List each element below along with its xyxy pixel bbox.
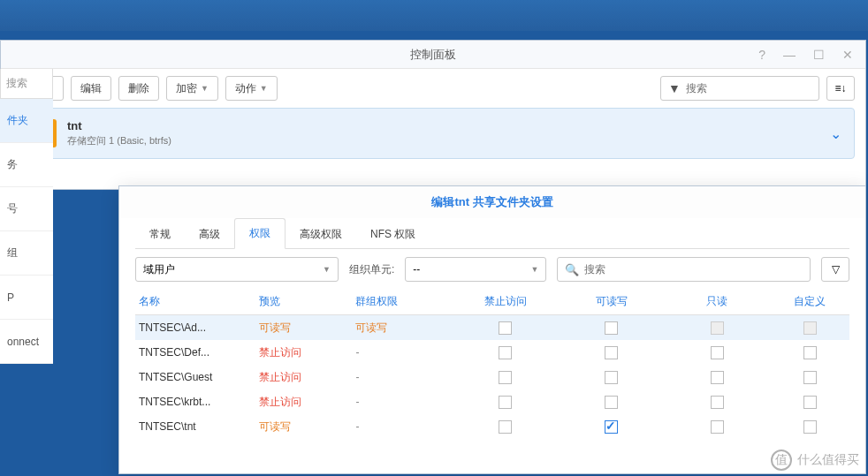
- delete-button[interactable]: 删除: [118, 76, 159, 101]
- desktop-taskbar: [0, 0, 868, 31]
- cell-deny: [453, 321, 559, 334]
- table-row[interactable]: TNTSEC\krbt... 禁止访问 -: [135, 389, 849, 414]
- checkbox-deny[interactable]: [499, 396, 512, 409]
- ou-label: 组织单元:: [349, 262, 394, 277]
- cell-preview: 禁止访问: [259, 370, 356, 385]
- encrypt-button[interactable]: 加密 ▼: [166, 76, 218, 101]
- cell-rw: [559, 419, 665, 433]
- checkbox-rw[interactable]: [605, 346, 618, 359]
- sidebar-item-1[interactable]: 务: [0, 143, 53, 187]
- checkbox-rw[interactable]: [605, 371, 618, 384]
- permission-search-field[interactable]: [584, 263, 803, 276]
- header-preview[interactable]: 预览: [259, 294, 356, 309]
- permission-search[interactable]: 🔍: [557, 257, 811, 282]
- sidebar-item-3[interactable]: 组: [0, 231, 53, 276]
- checkbox-custom[interactable]: [803, 346, 817, 359]
- sidebar: 搜索 件夹 务 号 组 P onnect: [0, 69, 53, 364]
- cell-group: 可读写: [355, 321, 453, 336]
- cell-deny: [453, 370, 559, 383]
- checkbox-rw[interactable]: [605, 420, 618, 434]
- table-row[interactable]: TNTSEC\Guest 禁止访问 -: [135, 365, 849, 389]
- cell-rw: [559, 395, 665, 408]
- header-name[interactable]: 名称: [135, 294, 259, 309]
- header-deny[interactable]: 禁止访问: [453, 294, 559, 309]
- checkbox-ro[interactable]: [711, 420, 724, 434]
- header-ro[interactable]: 只读: [665, 294, 771, 309]
- cell-rw: [559, 321, 665, 334]
- header-group[interactable]: 群组权限: [355, 294, 453, 309]
- cell-custom: [770, 345, 849, 359]
- cell-group: -: [355, 371, 453, 383]
- checkbox-ro[interactable]: [711, 346, 724, 359]
- checkbox-custom[interactable]: [803, 321, 817, 335]
- filter-row: 域用户 ▼ 组织单元: -- ▼ 🔍 ▽: [119, 250, 865, 289]
- header-custom[interactable]: 自定义: [770, 294, 849, 309]
- modal-title: 编辑tnt 共享文件夹设置: [431, 194, 552, 210]
- chevron-down-icon: ▼: [201, 84, 209, 93]
- table-row[interactable]: TNTSEC\Ad... 可读写 可读写: [135, 315, 849, 340]
- tab-advanced-permissions[interactable]: 高级权限: [286, 220, 356, 249]
- cell-custom: [770, 370, 849, 383]
- sidebar-item-2[interactable]: 号: [0, 187, 53, 231]
- checkbox-ro[interactable]: [711, 396, 724, 409]
- edit-folder-modal: 编辑tnt 共享文件夹设置 常规 高级 权限 高级权限 NFS 权限 域用户 ▼…: [118, 185, 866, 474]
- grid-header-row: 名称 预览 群组权限 禁止访问 可读写 只读 自定义: [135, 289, 849, 315]
- sort-icon: ≡↓: [834, 82, 846, 94]
- tab-permissions[interactable]: 权限: [234, 218, 286, 249]
- chevron-down-icon[interactable]: ⌄: [830, 125, 841, 142]
- search-icon: 🔍: [565, 263, 579, 276]
- ou-dropdown[interactable]: -- ▼: [405, 257, 546, 282]
- checkbox-custom[interactable]: [803, 396, 817, 409]
- cell-custom: [770, 419, 849, 433]
- checkbox-deny[interactable]: [499, 371, 512, 384]
- cell-name: TNTSEC\Guest: [135, 371, 259, 383]
- sidebar-item-5[interactable]: onnect: [0, 320, 53, 364]
- sidebar-item-4[interactable]: P: [0, 276, 53, 320]
- table-row[interactable]: TNTSEC\Def... 禁止访问 -: [135, 340, 849, 365]
- checkbox-custom[interactable]: [803, 420, 817, 434]
- cell-custom: [770, 395, 849, 408]
- chevron-down-icon: ▼: [323, 265, 331, 274]
- checkbox-ro[interactable]: [711, 371, 724, 384]
- close-icon[interactable]: ✕: [837, 46, 858, 64]
- filter-button[interactable]: ▽: [821, 257, 849, 282]
- search-field[interactable]: [686, 82, 819, 94]
- cell-group: -: [355, 420, 453, 433]
- cell-preview: 禁止访问: [259, 395, 356, 410]
- cell-ro: [665, 395, 771, 408]
- checkbox-deny[interactable]: [499, 346, 512, 359]
- checkbox-rw[interactable]: [605, 396, 618, 409]
- folder-name: tnt: [67, 119, 819, 132]
- sort-button[interactable]: ≡↓: [826, 76, 855, 101]
- cell-name: TNTSEC\Ad...: [135, 321, 259, 334]
- tab-advanced[interactable]: 高级: [185, 220, 234, 249]
- checkbox-deny[interactable]: [499, 420, 512, 434]
- edit-button[interactable]: 编辑: [71, 76, 111, 101]
- checkbox-custom[interactable]: [803, 371, 817, 384]
- action-button[interactable]: 动作 ▼: [225, 76, 278, 101]
- sidebar-item-shared-folder[interactable]: 件夹: [0, 99, 53, 143]
- shared-folder-card[interactable]: < tnt 存储空间 1 (Basic, btrfs) ⌄: [11, 108, 855, 159]
- cell-ro: [665, 370, 771, 383]
- cell-ro: [665, 321, 771, 334]
- header-rw[interactable]: 可读写: [559, 294, 665, 309]
- window-titlebar: 控制面板 ? — ☐ ✕: [1, 41, 865, 69]
- minimize-icon[interactable]: —: [778, 46, 801, 64]
- sidebar-search[interactable]: 搜索: [0, 69, 53, 99]
- checkbox-deny[interactable]: [499, 321, 512, 335]
- cell-deny: [453, 419, 559, 433]
- help-icon[interactable]: ?: [753, 46, 771, 64]
- maximize-icon[interactable]: ☐: [808, 46, 830, 64]
- funnel-icon: ▽: [832, 263, 840, 276]
- chevron-down-icon: ▼: [260, 84, 268, 93]
- cell-group: -: [355, 346, 453, 359]
- tab-general[interactable]: 常规: [135, 220, 185, 249]
- cell-rw: [559, 370, 665, 383]
- checkbox-ro[interactable]: [711, 321, 724, 335]
- tab-nfs-permissions[interactable]: NFS 权限: [356, 220, 430, 249]
- checkbox-rw[interactable]: [605, 321, 618, 335]
- user-type-dropdown[interactable]: 域用户 ▼: [135, 257, 339, 282]
- search-input[interactable]: ▼: [660, 76, 819, 101]
- table-row[interactable]: TNTSEC\tnt 可读写 -: [135, 414, 849, 439]
- cell-rw: [559, 345, 665, 359]
